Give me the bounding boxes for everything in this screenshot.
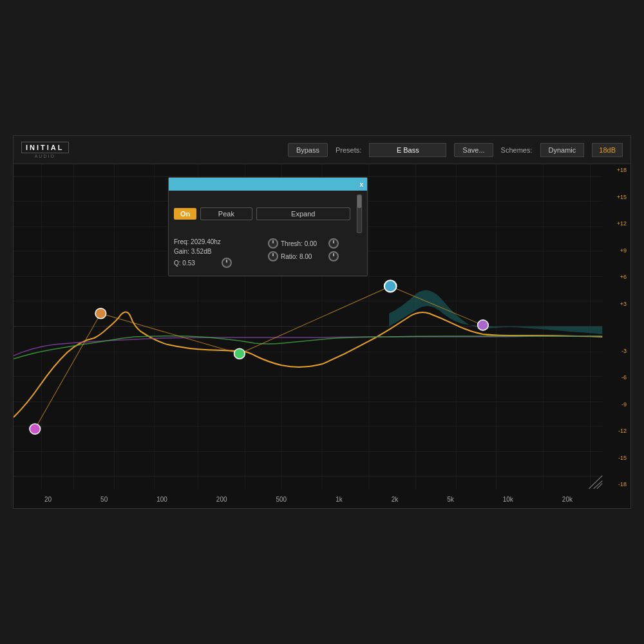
popup-body: On Peak Expand Freq: 2029.40hz Gain: 3.5… <box>169 191 367 276</box>
popup-params-left: Freq: 2029.40hz Gain: 3.52dB Q: 0.53 <box>174 238 268 270</box>
eq-node-3[interactable] <box>234 348 245 359</box>
x-axis: 20 50 100 200 500 1k 2k 5k 10k 20k <box>14 490 603 508</box>
plugin-wrapper: INITIAL AUDIO Bypass Presets: E Bass Sav… <box>13 135 631 509</box>
popup-scrollbar[interactable] <box>357 194 362 233</box>
y-label-6n: -6 <box>607 374 627 381</box>
y-label-15n: -15 <box>607 455 627 461</box>
thresh-param-row: Thresh: 0.00 <box>268 238 362 249</box>
schemes-button[interactable]: Dynamic <box>540 143 585 157</box>
y-label-18p: +18 <box>607 167 627 173</box>
gain-label: Gain: 3.52dB <box>174 248 219 255</box>
q-param-row: Q: 0.53 <box>174 258 268 268</box>
close-icon[interactable]: x <box>359 181 363 188</box>
thresh-knob2[interactable] <box>328 238 339 249</box>
popup-params: Freq: 2029.40hz Gain: 3.52dB Q: 0.53 <box>174 238 362 270</box>
popup-controls-row: On Peak Expand <box>174 194 362 233</box>
x-label-2k: 2k <box>392 496 399 503</box>
header: INITIAL AUDIO Bypass Presets: E Bass Sav… <box>14 136 630 164</box>
popup-header[interactable]: x <box>169 178 367 191</box>
preset-display[interactable]: E Bass <box>369 143 446 157</box>
x-label-100: 100 <box>156 496 167 503</box>
freq-param-row: Freq: 2029.40hz <box>174 238 268 245</box>
db-button[interactable]: 18dB <box>592 143 623 157</box>
ratio-knob[interactable] <box>268 251 278 261</box>
eq-node-2[interactable] <box>95 308 106 319</box>
logo: INITIAL AUDIO <box>21 142 69 158</box>
freq-label: Freq: 2029.40hz <box>174 238 221 245</box>
svg-line-29 <box>240 286 390 354</box>
expand-button[interactable]: Expand <box>256 207 350 220</box>
thresh-label: Thresh: 0.00 <box>281 240 326 247</box>
q-label: Q: 0.53 <box>174 260 219 267</box>
logo-sub: AUDIO <box>35 154 55 158</box>
logo-text: INITIAL <box>21 142 69 153</box>
ratio-label: Ratio: 8.00 <box>281 253 326 260</box>
x-label-50: 50 <box>100 496 108 503</box>
presets-label: Presets: <box>336 146 361 154</box>
eq-node-5[interactable] <box>478 320 489 330</box>
x-label-1k: 1k <box>336 496 343 503</box>
x-label-20: 20 <box>44 496 52 503</box>
y-label-6p: +6 <box>607 274 627 280</box>
bypass-button[interactable]: Bypass <box>288 143 328 157</box>
svg-line-28 <box>100 314 240 354</box>
q-knob[interactable] <box>222 258 232 268</box>
y-axis: +18 +15 +12 +9 +6 +3 -3 -6 -9 -12 -15 -1… <box>603 164 630 490</box>
schemes-label: Schemes: <box>501 146 533 154</box>
save-button[interactable]: Save... <box>454 143 493 157</box>
gain-param-row: Gain: 3.52dB <box>174 248 268 255</box>
x-label-500: 500 <box>276 496 287 503</box>
y-label-3p: +3 <box>607 301 627 307</box>
y-label-3n: -3 <box>607 348 627 354</box>
thresh-knob[interactable] <box>268 238 278 249</box>
x-label-5k: 5k <box>447 496 454 503</box>
eq-area: +18 +15 +12 +9 +6 +3 -3 -6 -9 -12 -15 -1… <box>14 164 630 508</box>
x-label-10k: 10k <box>503 496 513 503</box>
eq-node-4[interactable] <box>384 280 397 292</box>
ratio-knob2[interactable] <box>328 251 339 261</box>
x-label-20k: 20k <box>562 496 573 503</box>
y-label-15p: +15 <box>607 194 627 200</box>
y-label-12p: +12 <box>607 220 627 227</box>
y-label-9n: -9 <box>607 401 627 408</box>
y-label-18n: -18 <box>607 481 627 488</box>
ratio-param-row: Ratio: 8.00 <box>268 251 362 261</box>
y-label-12n: -12 <box>607 428 627 434</box>
svg-line-33 <box>597 484 602 489</box>
y-label-9p: +9 <box>607 247 627 254</box>
popup-params-right: Thresh: 0.00 Ratio: 8.00 <box>268 238 362 270</box>
svg-line-27 <box>35 314 100 429</box>
popup-panel: x On Peak Expand Freq: 2029.40hz <box>168 177 368 276</box>
peak-button[interactable]: Peak <box>200 207 252 220</box>
x-label-200: 200 <box>216 496 227 503</box>
scrollbar-thumb <box>357 195 361 208</box>
on-button[interactable]: On <box>174 208 196 220</box>
eq-node-1[interactable] <box>30 424 41 434</box>
